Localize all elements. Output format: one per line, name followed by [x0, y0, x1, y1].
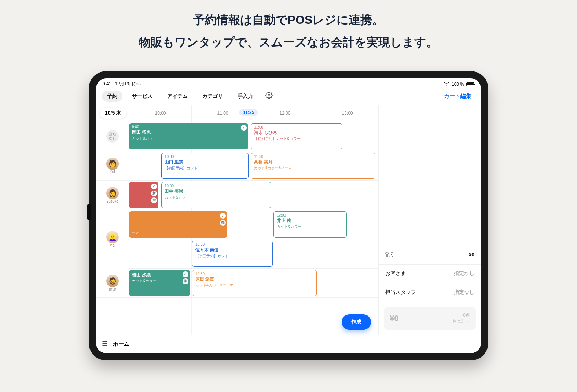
- cart-panel: 割引 ¥0 お客さま 指定なし 担当スタッフ 指定なし ¥0 0点 お会計へ: [378, 105, 481, 335]
- screen: 9:41 12月19日(木) 100 % 予約 サービス アイテム カテゴリ: [96, 78, 481, 353]
- lane: 9:00 岡田 拓也 カット&カラー ✓ 11:00 清水 ちひろ 【初回予約】…: [129, 122, 378, 151]
- tab-manual[interactable]: 手入力: [232, 91, 258, 102]
- headline: 予約情報は自動でPOSレジに連携。 物販もワンタップで、スムーズなお会計を実現し…: [0, 0, 577, 53]
- appt-name: 原田 悠真: [195, 276, 313, 282]
- appt-yokoyama[interactable]: 横山 沙織 カット&カラー ✓ 指: [129, 270, 190, 296]
- status-date: 12月19日(木): [115, 81, 141, 86]
- appt-svc: 【初回予約】カット: [165, 166, 245, 171]
- appt-yamaguchi[interactable]: 10:00 山口 里奈 【初回予約】カット ✓ 指 指: [161, 153, 249, 179]
- badge-new: 新: [335, 125, 341, 131]
- appt-svc: カット&カラー: [165, 195, 268, 200]
- checkout-button[interactable]: ¥0 0点 お会計へ: [384, 307, 476, 330]
- appt-svc: カット&カラー: [132, 136, 245, 141]
- badge-designate: 指: [264, 191, 269, 197]
- headline-line1: 予約情報は自動でPOSレジに連携。: [0, 9, 577, 31]
- staff-row: 🧑 Yui 10:00 山口 里奈 【初回予約】カット ✓ 指: [96, 151, 378, 181]
- appt-time: 11:00: [254, 125, 339, 129]
- appt-time: 10:00: [165, 184, 268, 188]
- bottom-bar: ☰ ホーム: [96, 335, 481, 353]
- svg-point-0: [268, 95, 270, 96]
- date-chip[interactable]: 10/5 木: [100, 108, 126, 119]
- appt-prev-red[interactable]: ✓ 新 指: [129, 182, 158, 208]
- appt-name: 岡田 拓也: [132, 129, 245, 136]
- status-right: 100 %: [444, 82, 474, 87]
- body: 10/5 木 10:00 11:00 12:00 13:00 11:25: [96, 105, 481, 335]
- appt-time: 10:30: [195, 243, 269, 247]
- staff-row: 👩 Yusuke ✓ 新 指: [96, 181, 378, 210]
- appt-time: 11:30: [254, 155, 372, 159]
- lane: ✓ 新 指 10:00 田中 美咲 カット&カラー ✓: [129, 181, 378, 210]
- appt-takahashi[interactable]: 11:30 高橋 美月 カット&カラー&パーマ: [251, 153, 375, 179]
- appt-svc: カット&カラー&パーマ: [254, 166, 372, 171]
- hour-label: 12:00: [254, 105, 316, 122]
- avatar: 👩: [106, 187, 119, 199]
- row-discount[interactable]: 割引 ¥0: [379, 246, 481, 265]
- check-icon: ✓: [220, 213, 226, 219]
- status-time: 9:41: [103, 81, 111, 86]
- appt-inoue[interactable]: 12:00 井上 茜 カット&カラー: [273, 211, 347, 238]
- staff-cell: 👩 Yusuke: [96, 181, 129, 210]
- appt-okada[interactable]: 9:00 岡田 拓也 カット&カラー ✓: [129, 123, 248, 149]
- customer-value: 指定なし: [454, 270, 474, 277]
- row-staff[interactable]: 担当スタッフ 指定なし: [379, 283, 481, 302]
- appt-name: 清水 ちひろ: [254, 130, 339, 136]
- discount-label: 割引: [385, 252, 396, 258]
- appt-name: 山口 里奈: [165, 159, 245, 165]
- staff-name: Yusuke: [106, 199, 118, 203]
- lane: 10:30 佐々木 美佳 【初回予約】カット ✓ 新 指: [129, 239, 378, 268]
- wifi-icon: [444, 82, 449, 87]
- badge-new: 新: [151, 191, 157, 196]
- check-icon: ✓: [264, 184, 269, 190]
- battery-icon: [466, 82, 474, 86]
- check-icon: ✓: [241, 155, 247, 160]
- lane: 横山 沙織 カット&カラー ✓ 指 10:30 原田 悠真 カット&カラ: [129, 269, 378, 297]
- total-go: お会計へ: [452, 318, 470, 325]
- total-amount: ¥0: [390, 314, 398, 323]
- badge-designate: 指: [241, 169, 247, 174]
- staff-row: 🧔 shun 横山 沙織 カット&カラー ✓ 指: [96, 269, 378, 298]
- toolbar: 予約 サービス アイテム カテゴリ 手入力 カート編集: [96, 88, 481, 105]
- appt-shimizu[interactable]: 11:00 清水 ちひろ 【初回予約】カット&カラー 新: [251, 123, 342, 149]
- menu-icon[interactable]: ☰: [102, 340, 108, 348]
- badge-designate: 指: [265, 256, 271, 262]
- staff-value: 指定なし: [454, 289, 474, 296]
- hour-label: 13:00: [316, 105, 378, 122]
- appt-time: 10:30: [195, 272, 313, 276]
- appt-prev-orange[interactable]: ーマ ✓ 指: [129, 211, 227, 238]
- total-count: 0点: [452, 312, 470, 318]
- badge-designate: 指: [241, 162, 247, 167]
- appt-harada[interactable]: 10:30 原田 悠真 カット&カラー&パーマ: [192, 270, 317, 296]
- staff-cell: 🧔 shun: [96, 269, 129, 297]
- badge-designate: 指: [151, 197, 157, 203]
- lane: ーマ ✓ 指 12:00 井上 茜 カット&カラー: [129, 210, 378, 239]
- appt-sasaki[interactable]: 10:30 佐々木 美佳 【初回予約】カット ✓ 新 指: [192, 241, 273, 267]
- appt-svc: 【初回予約】カット: [195, 254, 269, 259]
- tab-item[interactable]: アイテム: [162, 91, 193, 102]
- cart-edit-button[interactable]: カート編集: [444, 93, 471, 100]
- appt-svc: カット&カラー: [132, 278, 187, 284]
- customer-label: お客さま: [385, 270, 406, 277]
- badge-designate: 指: [220, 220, 226, 226]
- appt-name: 田中 美咲: [165, 188, 268, 195]
- tab-service[interactable]: サービス: [127, 91, 158, 102]
- now-chip: 11:25: [239, 109, 258, 116]
- tablet-frame: 9:41 12月19日(木) 100 % 予約 サービス アイテム カテゴリ: [89, 71, 488, 360]
- appt-tanaka[interactable]: 10:00 田中 美咲 カット&カラー ✓ 指: [161, 182, 271, 208]
- badge-new: 新: [265, 249, 271, 255]
- staff-name: shun: [109, 287, 117, 291]
- appt-svc: カット&カラー&パーマ: [195, 283, 313, 288]
- check-icon: ✓: [151, 184, 157, 189]
- appt-svc: ーマ: [131, 230, 139, 236]
- tab-category[interactable]: カテゴリ: [197, 91, 228, 102]
- row-customer[interactable]: お客さま 指定なし: [379, 265, 481, 283]
- discount-value: ¥0: [468, 252, 474, 258]
- tab-reservation[interactable]: 予約: [102, 91, 122, 102]
- appt-time: 9:00: [132, 125, 245, 129]
- hour-label: 10:00: [129, 105, 191, 122]
- appt-svc: カット&カラー: [277, 224, 343, 229]
- check-icon: ✓: [265, 243, 271, 248]
- create-button[interactable]: 作成: [342, 314, 371, 330]
- staff-row: 指名 なし 9:00 岡田 拓也 カット&カラー ✓ 11:00: [96, 122, 378, 151]
- avatar-placeholder: 指名 なし: [106, 130, 119, 143]
- gear-icon[interactable]: [265, 92, 273, 101]
